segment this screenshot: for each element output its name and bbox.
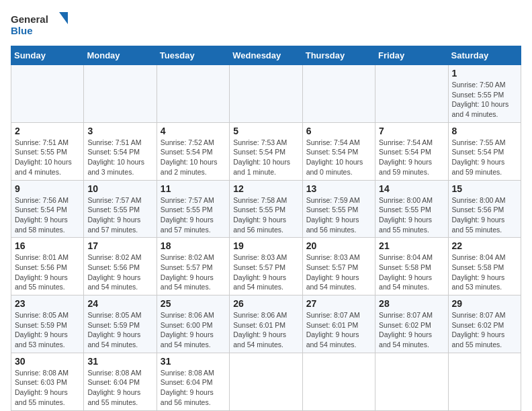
day-info: Sunrise: 7:52 AMSunset: 5:54 PMDaylight:… bbox=[161, 138, 226, 177]
day-number: 18 bbox=[161, 240, 226, 251]
calendar-cell: 23Sunrise: 8:05 AMSunset: 5:59 PMDayligh… bbox=[11, 295, 84, 353]
day-number: 21 bbox=[379, 240, 444, 251]
day-number: 22 bbox=[452, 240, 517, 251]
calendar-cell: 28Sunrise: 8:07 AMSunset: 6:02 PMDayligh… bbox=[375, 295, 448, 353]
day-info: Sunrise: 7:50 AMSunset: 5:55 PMDaylight:… bbox=[452, 80, 517, 120]
svg-marker-2 bbox=[59, 12, 68, 24]
calendar-table: SundayMondayTuesdayWednesdayThursdayFrid… bbox=[11, 46, 521, 411]
calendar-week-row: 30Sunrise: 8:08 AMSunset: 6:03 PMDayligh… bbox=[11, 353, 521, 410]
day-info: Sunrise: 8:07 AMSunset: 6:01 PMDaylight:… bbox=[306, 310, 371, 350]
calendar-cell: 7Sunrise: 7:54 AMSunset: 5:54 PMDaylight… bbox=[375, 122, 448, 180]
logo: General Blue bbox=[11, 11, 71, 38]
svg-text:General: General bbox=[11, 13, 48, 25]
day-number: 14 bbox=[379, 183, 444, 194]
column-header-friday: Friday bbox=[375, 46, 448, 65]
day-number: 2 bbox=[15, 126, 80, 136]
day-number: 10 bbox=[87, 183, 152, 194]
day-info: Sunrise: 7:59 AMSunset: 5:55 PMDaylight:… bbox=[306, 195, 371, 235]
calendar-cell: 5Sunrise: 7:53 AMSunset: 5:54 PMDaylight… bbox=[230, 122, 302, 180]
day-info: Sunrise: 7:54 AMSunset: 5:54 PMDaylight:… bbox=[306, 138, 371, 177]
day-info: Sunrise: 8:03 AMSunset: 5:57 PMDaylight:… bbox=[233, 253, 298, 292]
day-number: 24 bbox=[87, 298, 152, 309]
day-info: Sunrise: 8:00 AMSunset: 5:55 PMDaylight:… bbox=[379, 195, 444, 235]
calendar-week-row: 2Sunrise: 7:51 AMSunset: 5:55 PMDaylight… bbox=[11, 122, 521, 180]
calendar-cell: 9Sunrise: 7:56 AMSunset: 5:54 PMDaylight… bbox=[11, 180, 84, 238]
day-number: 11 bbox=[161, 183, 226, 194]
day-number: 3 bbox=[87, 126, 152, 136]
logo-icon: General Blue bbox=[11, 11, 71, 38]
day-number: 8 bbox=[452, 126, 517, 136]
calendar-cell: 3Sunrise: 7:51 AMSunset: 5:54 PMDaylight… bbox=[84, 122, 157, 180]
day-info: Sunrise: 8:04 AMSunset: 5:58 PMDaylight:… bbox=[452, 253, 517, 292]
calendar-cell bbox=[375, 353, 448, 410]
calendar-cell: 8Sunrise: 7:55 AMSunset: 5:54 PMDaylight… bbox=[448, 122, 521, 180]
column-header-saturday: Saturday bbox=[448, 46, 521, 65]
calendar-cell: 12Sunrise: 7:58 AMSunset: 5:55 PMDayligh… bbox=[230, 180, 302, 238]
day-info: Sunrise: 7:57 AMSunset: 5:55 PMDaylight:… bbox=[161, 195, 226, 235]
calendar-header-row: SundayMondayTuesdayWednesdayThursdayFrid… bbox=[11, 46, 521, 65]
day-number: 31 bbox=[161, 356, 226, 367]
calendar-cell: 17Sunrise: 8:02 AMSunset: 5:56 PMDayligh… bbox=[84, 238, 157, 295]
day-info: Sunrise: 7:54 AMSunset: 5:54 PMDaylight:… bbox=[379, 138, 444, 177]
day-number: 16 bbox=[15, 240, 80, 251]
day-number: 20 bbox=[306, 240, 371, 251]
day-info: Sunrise: 7:57 AMSunset: 5:55 PMDaylight:… bbox=[87, 195, 152, 235]
day-number: 29 bbox=[452, 298, 517, 309]
day-number: 15 bbox=[452, 183, 517, 194]
calendar-cell bbox=[448, 353, 521, 410]
calendar-cell: 11Sunrise: 7:57 AMSunset: 5:55 PMDayligh… bbox=[157, 180, 229, 238]
day-number: 26 bbox=[233, 298, 298, 309]
day-number: 4 bbox=[161, 126, 226, 136]
day-info: Sunrise: 8:08 AMSunset: 6:03 PMDaylight:… bbox=[15, 368, 80, 408]
day-info: Sunrise: 8:07 AMSunset: 6:02 PMDaylight:… bbox=[452, 310, 517, 350]
calendar-cell bbox=[11, 65, 84, 123]
calendar-cell: 21Sunrise: 8:04 AMSunset: 5:58 PMDayligh… bbox=[375, 238, 448, 295]
day-number: 27 bbox=[306, 298, 371, 309]
day-info: Sunrise: 8:04 AMSunset: 5:58 PMDaylight:… bbox=[379, 253, 444, 292]
calendar-cell: 31Sunrise: 8:08 AMSunset: 6:04 PMDayligh… bbox=[157, 353, 229, 410]
column-header-wednesday: Wednesday bbox=[230, 46, 302, 65]
day-number: 6 bbox=[306, 126, 371, 136]
day-number: 30 bbox=[15, 356, 80, 367]
calendar-cell: 20Sunrise: 8:03 AMSunset: 5:57 PMDayligh… bbox=[302, 238, 375, 295]
calendar-cell: 2Sunrise: 7:51 AMSunset: 5:55 PMDaylight… bbox=[11, 122, 84, 180]
day-number: 1 bbox=[452, 68, 517, 79]
calendar-cell: 1Sunrise: 7:50 AMSunset: 5:55 PMDaylight… bbox=[448, 65, 521, 123]
calendar-cell: 25Sunrise: 8:06 AMSunset: 6:00 PMDayligh… bbox=[157, 295, 229, 353]
day-info: Sunrise: 7:55 AMSunset: 5:54 PMDaylight:… bbox=[452, 138, 517, 177]
day-info: Sunrise: 7:51 AMSunset: 5:54 PMDaylight:… bbox=[87, 138, 152, 177]
day-number: 25 bbox=[161, 298, 226, 309]
day-info: Sunrise: 8:08 AMSunset: 6:04 PMDaylight:… bbox=[87, 368, 152, 408]
column-header-sunday: Sunday bbox=[11, 46, 84, 65]
calendar-cell: 13Sunrise: 7:59 AMSunset: 5:55 PMDayligh… bbox=[302, 180, 375, 238]
day-info: Sunrise: 7:56 AMSunset: 5:54 PMDaylight:… bbox=[15, 195, 80, 235]
day-number: 28 bbox=[379, 298, 444, 309]
day-number: 7 bbox=[379, 126, 444, 136]
calendar-cell: 26Sunrise: 8:06 AMSunset: 6:01 PMDayligh… bbox=[230, 295, 302, 353]
day-info: Sunrise: 8:02 AMSunset: 5:57 PMDaylight:… bbox=[161, 253, 226, 292]
calendar-cell: 6Sunrise: 7:54 AMSunset: 5:54 PMDaylight… bbox=[302, 122, 375, 180]
day-number: 31 bbox=[87, 356, 152, 367]
day-info: Sunrise: 8:06 AMSunset: 6:01 PMDaylight:… bbox=[233, 310, 298, 350]
day-info: Sunrise: 8:07 AMSunset: 6:02 PMDaylight:… bbox=[379, 310, 444, 350]
day-info: Sunrise: 7:51 AMSunset: 5:55 PMDaylight:… bbox=[15, 138, 80, 177]
column-header-monday: Monday bbox=[84, 46, 157, 65]
calendar-week-row: 9Sunrise: 7:56 AMSunset: 5:54 PMDaylight… bbox=[11, 180, 521, 238]
day-number: 9 bbox=[15, 183, 80, 194]
day-info: Sunrise: 8:05 AMSunset: 5:59 PMDaylight:… bbox=[87, 310, 152, 350]
day-number: 13 bbox=[306, 183, 371, 194]
day-info: Sunrise: 8:00 AMSunset: 5:56 PMDaylight:… bbox=[452, 195, 517, 235]
calendar-cell: 4Sunrise: 7:52 AMSunset: 5:54 PMDaylight… bbox=[157, 122, 229, 180]
day-number: 19 bbox=[233, 240, 298, 251]
calendar-cell bbox=[302, 353, 375, 410]
calendar-cell: 15Sunrise: 8:00 AMSunset: 5:56 PMDayligh… bbox=[448, 180, 521, 238]
day-number: 5 bbox=[233, 126, 298, 136]
calendar-cell bbox=[230, 65, 302, 123]
calendar-cell: 22Sunrise: 8:04 AMSunset: 5:58 PMDayligh… bbox=[448, 238, 521, 295]
column-header-thursday: Thursday bbox=[302, 46, 375, 65]
day-info: Sunrise: 8:06 AMSunset: 6:00 PMDaylight:… bbox=[161, 310, 226, 350]
calendar-cell: 31Sunrise: 8:08 AMSunset: 6:04 PMDayligh… bbox=[84, 353, 157, 410]
calendar-week-row: 16Sunrise: 8:01 AMSunset: 5:56 PMDayligh… bbox=[11, 238, 521, 295]
day-number: 12 bbox=[233, 183, 298, 194]
day-info: Sunrise: 8:08 AMSunset: 6:04 PMDaylight:… bbox=[161, 368, 226, 408]
